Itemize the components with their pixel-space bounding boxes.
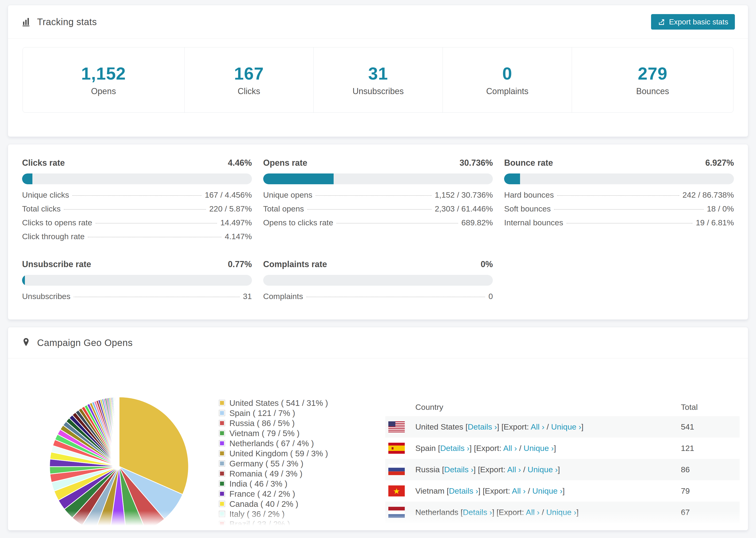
stat-row: Clicks to opens rate14.497%: [22, 218, 252, 232]
rate-progress-track: [22, 275, 252, 286]
export-all-link[interactable]: All ›: [540, 529, 553, 530]
summary-cell-clicks: 167Clicks: [184, 47, 313, 112]
rate-progress-track: [22, 174, 252, 184]
tracking-stats-card: Tracking stats Export basic stats 1,152O…: [8, 5, 748, 137]
legend-label: South Africa ( 29 / 2% ): [229, 529, 314, 531]
export-all-link[interactable]: All ›: [526, 508, 540, 517]
stat-label: Opens to clicks rate: [263, 218, 333, 227]
summary-value: 31: [368, 64, 388, 83]
summary-label: Bounces: [636, 86, 669, 96]
stat-value: 167 / 4.456%: [205, 190, 252, 199]
legend-swatch: [219, 470, 225, 477]
stat-value: 242 / 86.738%: [682, 190, 734, 199]
stat-value: 220 / 5.87%: [209, 204, 252, 213]
rate-title: Clicks rate: [22, 158, 65, 168]
country-name: Spain: [415, 444, 436, 453]
legend-item-spain[interactable]: Spain ( 121 / 7% ): [219, 408, 369, 418]
stat-value: 1,152 / 30.736%: [435, 190, 493, 199]
legend-item-france[interactable]: France ( 42 / 2% ): [219, 489, 369, 499]
campaign-geo-opens-card: Campaign Geo Opens United States ( 541 /…: [8, 327, 748, 530]
legend-item-italy[interactable]: Italy ( 36 / 2% ): [219, 509, 369, 519]
details-link[interactable]: Details ›: [440, 444, 469, 453]
export-all-link[interactable]: All ›: [531, 422, 544, 431]
legend-item-netherlands[interactable]: Netherlands ( 67 / 4% ): [219, 438, 369, 448]
stat-label: Internal bounces: [504, 218, 563, 227]
legend-item-india[interactable]: India ( 46 / 3% ): [219, 479, 369, 489]
summary-value: 0: [503, 64, 512, 83]
export-basic-stats-button[interactable]: Export basic stats: [651, 14, 735, 29]
stat-label: Soft bounces: [504, 204, 551, 213]
stat-label: Unsubscribes: [22, 292, 71, 301]
rate-progress-fill: [22, 174, 32, 184]
dotted-leader: [64, 209, 206, 210]
legend-label: United States ( 541 / 31% ): [229, 398, 328, 408]
dotted-leader: [337, 223, 458, 224]
rate-title: Complaints rate: [263, 259, 327, 269]
details-link[interactable]: Details ›: [477, 529, 506, 530]
legend-label: France ( 42 / 2% ): [229, 489, 295, 499]
country-name: Netherlands: [415, 508, 458, 517]
stat-label: Total opens: [263, 204, 304, 213]
map-pin-icon: [21, 337, 32, 348]
export-unique-link[interactable]: Unique ›: [527, 465, 558, 474]
legend-swatch: [219, 491, 225, 497]
rate-block-unsubscribe-rate: Unsubscribe rate0.77%Unsubscribes31: [22, 259, 252, 306]
rate-title: Bounce rate: [504, 158, 553, 168]
legend-item-vietnam[interactable]: Vietnam ( 79 / 5% ): [219, 428, 369, 438]
country-name: Vietnam: [415, 486, 445, 495]
geo-table-rows: United States [Details ›] [Export: All ›…: [385, 416, 739, 530]
ru-flag-icon: [388, 464, 405, 475]
legend-item-germany[interactable]: Germany ( 55 / 3% ): [219, 458, 369, 468]
total-cell: 86: [681, 465, 739, 474]
legend-item-russia[interactable]: Russia ( 86 / 5% ): [219, 418, 369, 428]
export-unique-link[interactable]: Unique ›: [551, 422, 581, 431]
geo-table-row-united-kingdom: United Kingdom [Details ›] [Export: All …: [385, 523, 739, 530]
details-link[interactable]: Details ›: [463, 508, 492, 517]
legend-item-brazil[interactable]: Brazil ( 33 / 2% ): [219, 519, 369, 529]
export-button-label: Export basic stats: [669, 18, 728, 26]
details-link[interactable]: Details ›: [449, 486, 478, 495]
details-link[interactable]: Details ›: [444, 465, 473, 474]
legend-label: Italy ( 36 / 2% ): [229, 510, 285, 519]
rate-title: Opens rate: [263, 158, 307, 168]
summary-cell-complaints: 0Complaints: [443, 47, 572, 112]
page-title: Tracking stats: [37, 17, 97, 27]
details-link[interactable]: Details ›: [468, 422, 497, 431]
stat-value: 689.82%: [461, 218, 493, 227]
legend-item-united-kingdom[interactable]: United Kingdom ( 59 / 3% ): [219, 448, 369, 458]
export-unique-link[interactable]: Unique ›: [560, 529, 590, 530]
legend-item-south-africa[interactable]: South Africa ( 29 / 2% ): [219, 529, 369, 530]
dotted-leader: [307, 209, 432, 210]
rate-title: Unsubscribe rate: [22, 259, 91, 269]
export-all-link[interactable]: All ›: [503, 444, 517, 453]
rate-value: 4.46%: [228, 158, 252, 168]
legend-item-canada[interactable]: Canada ( 40 / 2% ): [219, 499, 369, 509]
dotted-leader: [88, 237, 221, 237]
export-all-link[interactable]: All ›: [507, 465, 521, 474]
country-name: United Kingdom: [415, 529, 472, 530]
export-unique-link[interactable]: Unique ›: [523, 444, 554, 453]
legend-swatch: [219, 511, 225, 517]
legend-swatch: [219, 450, 225, 457]
export-unique-link[interactable]: Unique ›: [546, 508, 576, 517]
geo-pie-chart: [48, 396, 190, 530]
es-flag-icon: [388, 443, 405, 454]
country-cell: United States [Details ›] [Export: All ›…: [415, 422, 681, 431]
legend-label: Russia ( 86 / 5% ): [229, 418, 295, 428]
stat-label: Complaints: [263, 292, 303, 301]
summary-cell-opens: 1,152Opens: [23, 47, 184, 112]
stat-value: 18 / 0%: [707, 204, 734, 213]
stat-row: Unique opens1,152 / 30.736%: [263, 190, 493, 204]
legend-item-united-states[interactable]: United States ( 541 / 31% ): [219, 398, 369, 408]
legend-item-romania[interactable]: Romania ( 49 / 3% ): [219, 468, 369, 479]
dotted-leader: [567, 223, 693, 224]
export-unique-link[interactable]: Unique ›: [532, 486, 563, 495]
rate-block-clicks-rate: Clicks rate4.46%Unique clicks167 / 4.456…: [22, 158, 252, 246]
export-icon: [658, 18, 666, 26]
legend-label: United Kingdom ( 59 / 3% ): [229, 449, 328, 458]
stat-label: Click through rate: [22, 232, 84, 241]
stat-value: 2,303 / 61.446%: [435, 204, 493, 213]
dotted-leader: [315, 195, 431, 196]
stat-label: Hard bounces: [504, 190, 554, 199]
export-all-link[interactable]: All ›: [512, 486, 526, 495]
